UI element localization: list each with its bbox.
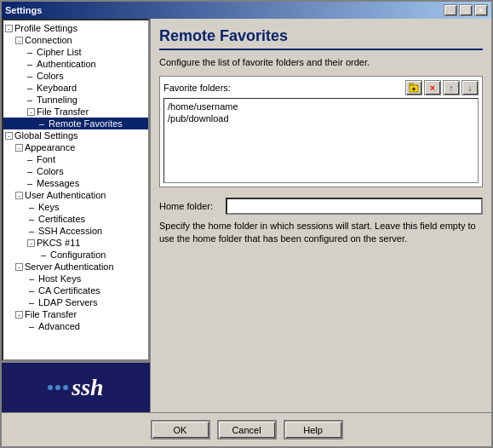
tree-item-advanced[interactable]: – Advanced bbox=[3, 320, 148, 332]
minimize-button[interactable]: _ bbox=[444, 4, 457, 16]
left-panel: - Profile Settings - Connection – Cipher… bbox=[2, 19, 151, 412]
tree-item-remotefav[interactable]: – Remote Favorites bbox=[3, 118, 148, 129]
tree-item-appearance[interactable]: - Appearance bbox=[3, 141, 148, 153]
tree-item-tunneling[interactable]: – Tunneling bbox=[3, 94, 148, 106]
tree-label-global: Global Settings bbox=[14, 130, 78, 141]
ssh-logo: ssh bbox=[48, 374, 103, 401]
tree-label-keyboard: Keyboard bbox=[37, 83, 77, 93]
settings-tree: - Profile Settings - Connection – Cipher… bbox=[3, 20, 148, 334]
settings-window: Settings _ □ × - Profile Settings - bbox=[0, 0, 493, 448]
title-bar-controls: _ □ × bbox=[444, 4, 488, 16]
tree-item-authentication[interactable]: – Authentication bbox=[3, 58, 148, 70]
tree-label-profile: Profile Settings bbox=[14, 23, 77, 33]
tree-label-serverauth: Server Authentication bbox=[25, 261, 114, 272]
favorites-group: Favorite folders: × ↑ ↓ bbox=[159, 76, 483, 187]
tree-label-authentication: Authentication bbox=[37, 59, 96, 69]
home-folder-row: Home folder: bbox=[159, 198, 483, 215]
tree-label-pkcs11: PKCS #11 bbox=[37, 238, 80, 248]
window-title: Settings bbox=[5, 5, 444, 15]
tree-label-tunneling: Tunneling bbox=[37, 95, 77, 105]
tree-item-messages[interactable]: – Messages bbox=[3, 177, 148, 189]
tree-label-hostkeys: Host Keys bbox=[38, 273, 81, 284]
ok-button[interactable]: OK bbox=[151, 420, 210, 439]
tree-item-global[interactable]: - Global Settings bbox=[3, 129, 148, 141]
tree-item-configuration[interactable]: – Configuration bbox=[3, 249, 148, 261]
close-button[interactable]: × bbox=[474, 4, 488, 16]
folder-item-1[interactable]: /home/username bbox=[166, 101, 476, 112]
panel-title: Remote Favorites bbox=[159, 27, 483, 50]
svg-rect-1 bbox=[410, 83, 413, 85]
tree-item-sshaccession[interactable]: – SSH Accession bbox=[3, 225, 148, 237]
home-folder-input[interactable] bbox=[226, 198, 483, 215]
tree-item-cacerts[interactable]: – CA Certificates bbox=[3, 284, 148, 296]
tree-label-certs: Certificates bbox=[38, 214, 85, 224]
bottom-bar: OK Cancel Help bbox=[2, 412, 491, 446]
toggle-connection[interactable]: - bbox=[15, 37, 23, 44]
ssh-dots bbox=[48, 385, 68, 390]
favorites-toolbar: × ↑ ↓ bbox=[405, 80, 479, 95]
toggle-filetransfer1[interactable]: - bbox=[27, 108, 35, 116]
ssh-text: ssh bbox=[72, 374, 103, 401]
tree-item-keys[interactable]: – Keys bbox=[3, 201, 148, 213]
toggle-pkcs11[interactable]: - bbox=[27, 239, 35, 247]
tree-item-userauth[interactable]: - User Authentication bbox=[3, 189, 148, 201]
toggle-userauth[interactable]: - bbox=[15, 192, 23, 199]
tree-label-remotefav: Remote Favorites bbox=[49, 118, 123, 129]
toggle-appearance[interactable]: - bbox=[15, 144, 23, 152]
tree-item-font[interactable]: – Font bbox=[3, 153, 148, 165]
logo-area: ssh bbox=[2, 361, 150, 412]
home-folder-description: Specify the home folder in which session… bbox=[159, 220, 483, 246]
toggle-global[interactable]: - bbox=[5, 132, 13, 140]
tree-item-colors-conn[interactable]: – Colors bbox=[3, 70, 148, 82]
move-up-button[interactable]: ↑ bbox=[443, 80, 460, 95]
move-down-button[interactable]: ↓ bbox=[461, 80, 479, 95]
tree-label-filetransfer2: File Transfer bbox=[25, 309, 77, 319]
favorites-label: Favorite folders: bbox=[163, 83, 231, 93]
tree-label-ldap: LDAP Servers bbox=[38, 297, 98, 307]
tree-item-serverauth[interactable]: - Server Authentication bbox=[3, 261, 148, 273]
help-button[interactable]: Help bbox=[284, 420, 343, 439]
tree-label-filetransfer1: File Transfer bbox=[37, 106, 89, 117]
toggle-serverauth[interactable]: - bbox=[15, 263, 23, 271]
tree-label-connection: Connection bbox=[25, 35, 72, 45]
right-panel: Remote Favorites Configure the list of f… bbox=[151, 19, 491, 412]
title-bar: Settings _ □ × bbox=[2, 2, 491, 19]
ssh-dot-3 bbox=[63, 385, 68, 390]
ssh-dot-1 bbox=[48, 385, 53, 390]
tree-item-hostkeys[interactable]: – Host Keys bbox=[3, 273, 148, 284]
tree-label-colors-conn: Colors bbox=[37, 71, 64, 81]
delete-folder-button[interactable]: × bbox=[424, 80, 441, 95]
favorites-header: Favorite folders: × ↑ ↓ bbox=[163, 80, 479, 95]
maximize-button[interactable]: □ bbox=[459, 4, 473, 16]
tree-item-connection[interactable]: - Connection bbox=[3, 34, 148, 46]
tree-item-cipher[interactable]: – Cipher List bbox=[3, 46, 148, 58]
toggle-profile[interactable]: - bbox=[5, 25, 13, 32]
tree-label-sshaccession: SSH Accession bbox=[38, 226, 102, 236]
tree-label-colors-global: Colors bbox=[37, 166, 64, 176]
folders-list[interactable]: /home/username /pub/download bbox=[163, 98, 479, 183]
ssh-dot-2 bbox=[55, 385, 60, 390]
tree-item-profile[interactable]: - Profile Settings bbox=[3, 22, 148, 34]
tree-item-pkcs11[interactable]: - PKCS #11 bbox=[3, 237, 148, 249]
new-folder-button[interactable] bbox=[405, 80, 422, 95]
main-content: - Profile Settings - Connection – Cipher… bbox=[2, 19, 491, 412]
tree-label-advanced: Advanced bbox=[38, 321, 80, 331]
tree-item-ldap[interactable]: – LDAP Servers bbox=[3, 296, 148, 308]
folder-item-2[interactable]: /pub/download bbox=[166, 112, 476, 124]
tree-label-userauth: User Authentication bbox=[25, 190, 106, 200]
tree-item-keyboard[interactable]: – Keyboard bbox=[3, 82, 148, 94]
cancel-button[interactable]: Cancel bbox=[217, 420, 277, 439]
home-folder-label: Home folder: bbox=[159, 201, 219, 211]
panel-description: Configure the list of favorite folders a… bbox=[159, 57, 483, 67]
tree-item-certs[interactable]: – Certificates bbox=[3, 213, 148, 225]
new-folder-icon bbox=[409, 83, 419, 93]
toggle-filetransfer2[interactable]: - bbox=[15, 311, 23, 319]
tree-label-messages: Messages bbox=[37, 178, 79, 188]
tree-label-font: Font bbox=[37, 154, 55, 164]
tree-item-filetransfer2[interactable]: - File Transfer bbox=[3, 308, 148, 320]
tree-label-appearance: Appearance bbox=[25, 142, 75, 152]
tree-label-cacerts: CA Certificates bbox=[38, 285, 100, 296]
tree-item-filetransfer1[interactable]: - File Transfer bbox=[3, 106, 148, 118]
tree-item-colors-global[interactable]: – Colors bbox=[3, 165, 148, 177]
tree-container[interactable]: - Profile Settings - Connection – Cipher… bbox=[2, 19, 150, 361]
